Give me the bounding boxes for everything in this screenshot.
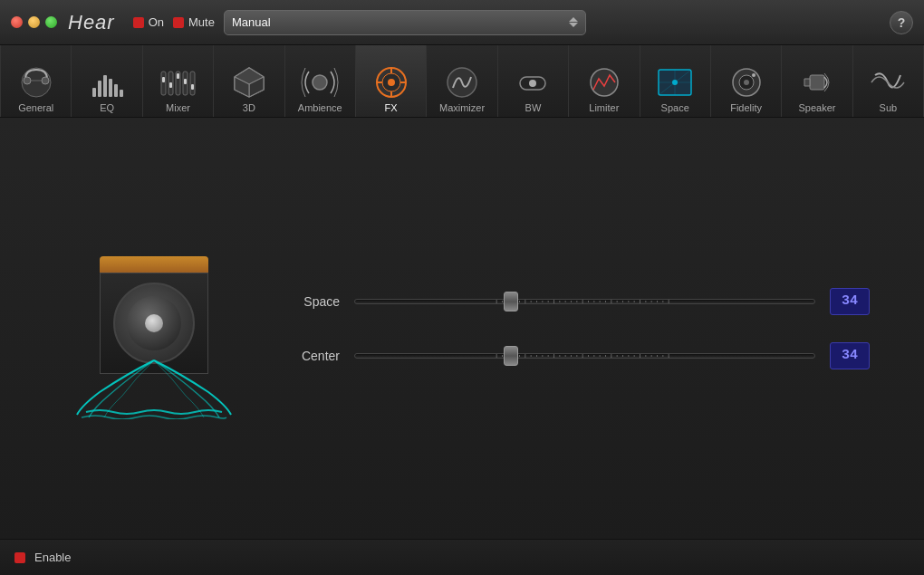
slider-value-space: 34 [830, 288, 870, 315]
svg-rect-44 [810, 75, 824, 90]
tab-icon-3d [229, 62, 269, 102]
slider-value-center: 34 [830, 342, 870, 369]
mute-indicator [173, 17, 184, 28]
svg-rect-12 [169, 82, 172, 88]
svg-rect-3 [92, 88, 96, 97]
tab-label-3d: 3D [243, 102, 255, 113]
svg-point-26 [388, 79, 395, 86]
tab-space[interactable]: Space [640, 45, 711, 117]
speaker-body [82, 238, 226, 419]
svg-point-1 [24, 77, 31, 84]
svg-rect-14 [177, 73, 179, 79]
maximize-button[interactable] [45, 16, 57, 28]
tab-icon-ambience [300, 62, 340, 102]
svg-point-2 [42, 77, 49, 84]
tab-label-space: Space [661, 102, 689, 113]
svg-rect-18 [191, 84, 194, 90]
tab-general[interactable]: General [0, 45, 72, 117]
sliders-area: Space 34 Center 34 [290, 288, 870, 369]
svg-rect-7 [114, 84, 118, 97]
slider-thumb-space[interactable] [504, 292, 518, 311]
slider-row-space: Space 34 [290, 288, 870, 315]
slider-label-center: Center [290, 349, 340, 363]
svg-rect-17 [190, 72, 195, 95]
slider-track-container-center[interactable] [354, 343, 815, 369]
svg-rect-4 [98, 81, 101, 97]
slider-track-center[interactable] [354, 353, 815, 359]
preset-value: Manual [232, 15, 563, 29]
tab-fidelity[interactable]: Fidelity [711, 45, 782, 117]
tab-maximizer[interactable]: Maximizer [427, 45, 497, 117]
slider-row-center: Center 34 [290, 342, 870, 369]
enable-label: Enable [34, 551, 71, 564]
slider-track-container-space[interactable] [354, 289, 815, 314]
svg-point-42 [744, 80, 749, 85]
cabinet-top [100, 256, 208, 273]
tab-icon-space [655, 62, 695, 102]
nav-bar: GeneralEQMixer3DAmbienceFXMaximizerBWLim… [0, 45, 924, 118]
tab-icon-fidelity [727, 62, 766, 102]
titlebar: Hear On Mute Manual ? [0, 0, 924, 45]
tab-icon-limiter [584, 62, 624, 102]
tab-icon-mixer [158, 62, 197, 102]
preset-up-arrow [569, 17, 578, 22]
on-button[interactable]: On [133, 15, 164, 29]
speaker-cone-outer [113, 283, 195, 364]
slider-track-space[interactable] [354, 299, 815, 304]
tab-label-eq: EQ [100, 102, 114, 113]
help-label: ? [898, 15, 906, 30]
bottom-bar: Enable [0, 539, 924, 575]
svg-rect-10 [162, 77, 165, 82]
tab-label-maximizer: Maximizer [439, 102, 485, 113]
tab-3d[interactable]: 3D [214, 45, 284, 117]
tab-icon-bw [513, 62, 553, 102]
tab-sub[interactable]: Sub [853, 45, 924, 117]
header-controls: On Mute Manual ? [133, 10, 913, 35]
svg-point-34 [591, 69, 618, 96]
svg-rect-9 [161, 72, 166, 95]
svg-point-23 [313, 75, 327, 90]
tab-label-sub: Sub [880, 102, 898, 113]
preset-arrows [569, 17, 578, 27]
svg-rect-5 [103, 75, 107, 97]
tab-label-limiter: Limiter [589, 102, 619, 113]
main-content: Space 34 Center 34 [0, 118, 924, 539]
tab-icon-maximizer [442, 62, 482, 102]
tab-icon-eq [87, 62, 127, 102]
svg-rect-8 [120, 90, 123, 97]
tab-label-bw: BW [525, 102, 542, 113]
tab-ambience[interactable]: Ambience [285, 45, 356, 117]
mute-label: Mute [188, 15, 215, 29]
tab-label-general: General [18, 102, 53, 113]
help-button[interactable]: ? [890, 11, 913, 34]
speaker-visual [54, 220, 254, 437]
preset-down-arrow [569, 23, 578, 27]
traffic-lights [11, 16, 57, 28]
preset-dropdown[interactable]: Manual [224, 10, 586, 35]
tab-speaker[interactable]: Speaker [782, 45, 852, 117]
on-label: On [149, 15, 164, 29]
tab-bw[interactable]: BW [498, 45, 569, 117]
svg-rect-16 [184, 79, 187, 84]
enable-indicator [14, 552, 25, 563]
tab-icon-general [16, 62, 56, 102]
tab-limiter[interactable]: Limiter [569, 45, 640, 117]
tab-eq[interactable]: EQ [72, 45, 142, 117]
app-title: Hear [68, 11, 115, 34]
close-button[interactable] [11, 16, 23, 28]
tab-label-speaker: Speaker [799, 102, 836, 113]
svg-rect-6 [109, 79, 112, 97]
slider-thumb-center[interactable] [504, 346, 518, 366]
on-indicator [133, 17, 144, 28]
speaker-cone-inner [127, 296, 181, 350]
speaker-cone-center [145, 314, 163, 332]
tab-label-fx: FX [385, 102, 398, 113]
sound-waves [72, 356, 236, 419]
tab-mixer[interactable]: Mixer [143, 45, 214, 117]
tab-label-fidelity: Fidelity [730, 102, 762, 113]
tab-fx[interactable]: FX [356, 45, 427, 117]
mute-button[interactable]: Mute [173, 15, 215, 29]
minimize-button[interactable] [28, 16, 40, 28]
tab-label-ambience: Ambience [298, 102, 342, 113]
svg-point-43 [752, 73, 756, 77]
